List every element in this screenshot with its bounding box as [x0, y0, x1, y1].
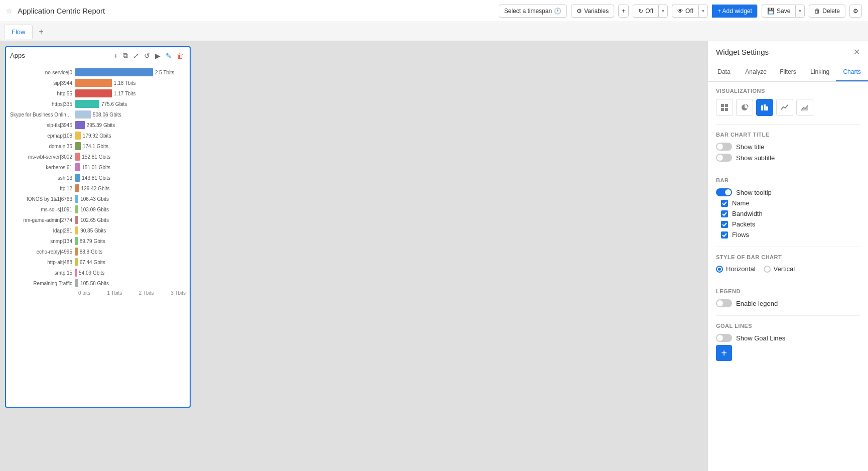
- viz-table[interactable]: [716, 99, 733, 116]
- divider-1: [716, 124, 860, 125]
- bar-row: ssh|13143.81 Gbits: [10, 174, 186, 182]
- widget-add-btn[interactable]: +: [112, 50, 120, 61]
- topbar-right: Select a timespan 🕐 ⚙ Variables + ↻ Off …: [499, 5, 862, 18]
- bar-container: 152.81 Gbits: [75, 153, 186, 161]
- bar-label: kerberos|61: [10, 165, 75, 170]
- bar-value: 508.06 Gbits: [93, 112, 121, 117]
- off-button-group: ↻ Off ▾: [633, 5, 668, 18]
- vertical-radio[interactable]: [764, 266, 771, 273]
- bar-row: snmp|13489.79 Gbits: [10, 237, 186, 245]
- bar: [75, 89, 112, 97]
- save-button[interactable]: 💾 Save: [762, 5, 795, 18]
- show-goal-lines-toggle[interactable]: [716, 334, 732, 342]
- bar: [75, 68, 153, 76]
- flows-checkbox[interactable]: [721, 231, 728, 239]
- bar-container: 106.43 Gbits: [75, 195, 186, 203]
- widget-expand-btn[interactable]: ⤢: [131, 50, 141, 61]
- viz-line[interactable]: [776, 99, 793, 116]
- variables-icon: ⚙: [576, 8, 582, 15]
- bar-label: ldap|281: [10, 228, 75, 233]
- svg-rect-0: [721, 104, 724, 107]
- tab-add[interactable]: +: [35, 25, 47, 38]
- svg-rect-6: [766, 106, 768, 110]
- bar-value: 295.39 Gbits: [87, 123, 115, 128]
- viz-bar[interactable]: [756, 99, 773, 116]
- horizontal-radio[interactable]: [716, 266, 723, 273]
- off-dropdown-2[interactable]: ▾: [698, 5, 708, 18]
- bar-row: https|335775.6 Gbits: [10, 100, 186, 108]
- tab-filters[interactable]: Filters: [772, 63, 804, 81]
- bar-label: nm-game-admin|2774: [10, 217, 75, 223]
- bar-value: 152.81 Gbits: [82, 154, 110, 160]
- add-widget-button[interactable]: + Add widget: [712, 5, 758, 18]
- horizontal-radio-item[interactable]: Horizontal: [716, 265, 756, 273]
- widget-delete-btn[interactable]: 🗑: [175, 50, 186, 61]
- main: Apps + ⧉ ⤢ ↺ ▶ ✎ 🗑 no-service|02.5 Tbits…: [0, 41, 868, 471]
- variables-button[interactable]: ⚙ Variables: [571, 5, 614, 18]
- viz-area[interactable]: [796, 99, 813, 116]
- bar-label: ssh|13: [10, 175, 75, 181]
- bar-value: 1.18 Tbits: [114, 80, 136, 86]
- show-tooltip-toggle[interactable]: [716, 188, 732, 196]
- bar-row: ldap|28190.85 Gbits: [10, 226, 186, 234]
- add-goal-button[interactable]: +: [716, 345, 732, 361]
- horizontal-label: Horizontal: [726, 265, 756, 273]
- viz-icons: [716, 99, 860, 116]
- tab-charts[interactable]: Charts: [836, 63, 868, 81]
- tab-flow[interactable]: Flow: [4, 25, 33, 39]
- settings-tabs: Data Analyze Filters Linking Charts: [708, 63, 868, 82]
- bar: [75, 216, 78, 224]
- enable-legend-row: Enable legend: [716, 299, 860, 307]
- bar: [75, 279, 78, 287]
- bar: [75, 132, 81, 140]
- packets-checkbox[interactable]: [721, 221, 728, 228]
- bar-row: ms-wbt-server|3002152.81 Gbits: [10, 153, 186, 161]
- widget-play-btn[interactable]: ▶: [153, 50, 163, 61]
- off-button-1[interactable]: ↻ Off: [633, 5, 658, 18]
- close-button[interactable]: ✕: [853, 47, 860, 57]
- tab-analyze[interactable]: Analyze: [740, 63, 772, 81]
- widget-copy-btn[interactable]: ⧉: [121, 50, 130, 61]
- divider-2: [716, 170, 860, 170]
- bar-row: sip|39441.18 Tbits: [10, 79, 186, 87]
- bandwidth-checkbox[interactable]: [721, 210, 728, 217]
- bar-label: http|55: [10, 91, 75, 96]
- save-dropdown[interactable]: ▾: [795, 5, 805, 18]
- show-title-toggle[interactable]: [716, 143, 732, 151]
- tab-data[interactable]: Data: [708, 63, 740, 81]
- widget-refresh-btn[interactable]: ↺: [142, 50, 152, 61]
- goal-lines-section: GOAL LINES Show Goal Lines +: [716, 323, 860, 361]
- bar-row: Remaining Traffic105.58 Gbits: [10, 279, 186, 287]
- viz-pie[interactable]: [736, 99, 753, 116]
- bar-container: 105.58 Gbits: [75, 279, 186, 287]
- bar-row: no-service|02.5 Tbits: [10, 68, 186, 76]
- bar: [75, 174, 80, 182]
- delete-button[interactable]: 🗑 Delete: [809, 5, 845, 18]
- widget-edit-btn[interactable]: ✎: [164, 50, 174, 61]
- plus-button[interactable]: +: [618, 5, 629, 18]
- off-dropdown-1[interactable]: ▾: [658, 5, 668, 18]
- goal-lines-label: GOAL LINES: [716, 323, 860, 329]
- svg-rect-1: [725, 104, 728, 107]
- style-section: Style of bar chart Horizontal Vertical: [716, 254, 860, 273]
- timespan-button[interactable]: Select a timespan 🕐: [499, 5, 567, 18]
- vertical-radio-item[interactable]: Vertical: [764, 265, 795, 273]
- settings-icon: ⚙: [853, 8, 858, 15]
- name-label: Name: [732, 199, 750, 207]
- settings-button[interactable]: ⚙: [849, 5, 862, 18]
- add-widget-group: + Add widget: [712, 5, 758, 18]
- bar: [75, 237, 78, 245]
- show-subtitle-toggle[interactable]: [716, 154, 732, 162]
- bar-row: Skype for Business Online & Mi...508.06 …: [10, 110, 186, 119]
- bar-container: 67.44 Gbits: [75, 258, 186, 266]
- divider-3: [716, 247, 860, 247]
- bar-label: ms-sql-s|1091: [10, 207, 75, 212]
- bar-label: sip|3944: [10, 80, 75, 86]
- name-checkbox[interactable]: [721, 200, 728, 207]
- enable-legend-toggle[interactable]: [716, 299, 732, 307]
- bar-container: 89.79 Gbits: [75, 237, 186, 245]
- bar-container: 775.6 Gbits: [75, 100, 186, 108]
- settings-title: Widget Settings: [716, 48, 769, 56]
- off-button-2[interactable]: 👁 Off: [672, 5, 698, 18]
- tab-linking[interactable]: Linking: [804, 63, 836, 81]
